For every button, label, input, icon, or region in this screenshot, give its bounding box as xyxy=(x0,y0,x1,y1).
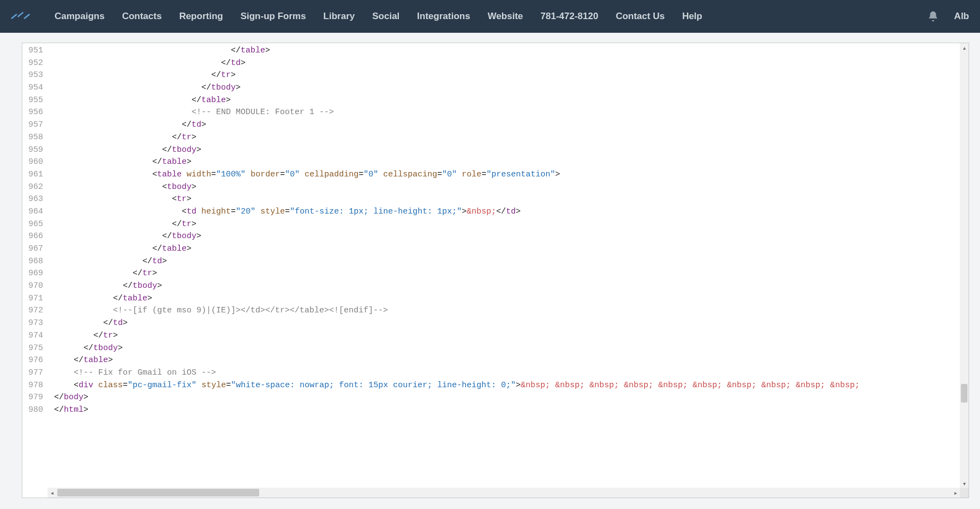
code-line[interactable]: </tbody> xyxy=(54,342,960,355)
code-line[interactable]: </tr> xyxy=(54,132,960,144)
code-line[interactable]: <div class="pc-gmail-fix" style="white-s… xyxy=(54,380,960,392)
line-number: 963 xyxy=(22,193,47,206)
code-line[interactable]: <!-- Fix for Gmail on iOS --> xyxy=(54,367,960,380)
line-number: 976 xyxy=(22,354,47,367)
code-content[interactable]: </table> </td> </tr> </tbody> </table> <… xyxy=(47,43,960,488)
code-line[interactable]: <table width="100%" border="0" cellpaddi… xyxy=(54,169,960,181)
line-number: 953 xyxy=(22,69,47,82)
line-number: 966 xyxy=(22,230,47,243)
line-number: 965 xyxy=(22,218,47,231)
line-number: 975 xyxy=(22,342,47,355)
svg-marker-2 xyxy=(23,14,30,19)
line-number: 954 xyxy=(22,82,47,94)
line-number-gutter: 9519529539549559569579589599609619629639… xyxy=(22,43,47,488)
nav-item-help[interactable]: Help xyxy=(682,11,702,22)
code-line[interactable]: <tbody> xyxy=(54,181,960,194)
code-line[interactable]: </table> xyxy=(54,354,960,367)
code-line[interactable]: </table> xyxy=(54,156,960,169)
code-line[interactable]: </tr> xyxy=(54,218,960,231)
code-line[interactable]: </tbody> xyxy=(54,280,960,293)
code-line[interactable]: <!-- END MODULE: Footer 1 --> xyxy=(54,106,960,119)
nav-item-sign-up-forms[interactable]: Sign-up Forms xyxy=(241,11,306,22)
code-line[interactable]: </tbody> xyxy=(54,144,960,157)
code-line[interactable]: <!--[if (gte mso 9)|(IE)]></td></tr></ta… xyxy=(54,305,960,317)
nav-item-social[interactable]: Social xyxy=(372,11,399,22)
line-number: 951 xyxy=(22,45,47,57)
code-line[interactable]: </tbody> xyxy=(54,82,960,94)
line-number: 978 xyxy=(22,380,47,392)
line-number: 973 xyxy=(22,317,47,330)
code-line[interactable]: </tr> xyxy=(54,330,960,342)
line-number: 964 xyxy=(22,206,47,218)
nav-item-website[interactable]: Website xyxy=(488,11,523,22)
nav-item-campaigns[interactable]: Campaigns xyxy=(55,11,105,22)
line-number: 955 xyxy=(22,94,47,107)
line-number: 959 xyxy=(22,144,47,157)
line-number: 958 xyxy=(22,132,47,144)
code-line[interactable]: </tr> xyxy=(54,69,960,82)
line-number: 967 xyxy=(22,243,47,256)
horizontal-scrollbar[interactable]: ◂ ▸ xyxy=(47,488,960,498)
code-line[interactable]: </table> xyxy=(54,293,960,305)
line-number: 952 xyxy=(22,57,47,70)
line-number: 974 xyxy=(22,330,47,342)
line-number: 957 xyxy=(22,119,47,132)
code-line[interactable]: <td height="20" style="font-size: 1px; l… xyxy=(54,206,960,218)
bell-icon[interactable] xyxy=(927,10,939,22)
line-number: 972 xyxy=(22,305,47,317)
brand-logo[interactable] xyxy=(11,8,38,25)
line-number: 961 xyxy=(22,169,47,181)
line-number: 970 xyxy=(22,280,47,293)
line-number: 962 xyxy=(22,181,47,194)
code-line[interactable]: </table> xyxy=(54,243,960,256)
code-line[interactable]: </td> xyxy=(54,317,960,330)
content-area: 9519529539549559569579589599609619629639… xyxy=(0,33,980,509)
line-number: 956 xyxy=(22,106,47,119)
line-number: 977 xyxy=(22,367,47,380)
vertical-scroll-thumb[interactable] xyxy=(961,384,967,403)
svg-marker-1 xyxy=(17,12,24,17)
user-label[interactable]: Alb xyxy=(954,11,969,22)
editor-viewport: 9519529539549559569579589599609619629639… xyxy=(22,43,960,488)
code-line[interactable]: </body> xyxy=(54,392,960,404)
horizontal-scroll-thumb[interactable] xyxy=(57,489,259,496)
line-number: 971 xyxy=(22,293,47,305)
code-line[interactable]: </table> xyxy=(54,94,960,107)
vertical-scrollbar[interactable]: ▴ ▾ xyxy=(960,43,969,488)
scroll-up-icon[interactable]: ▴ xyxy=(960,43,969,52)
top-nav: CampaignsContactsReportingSign-up FormsL… xyxy=(0,0,980,33)
code-line[interactable]: </html> xyxy=(54,404,960,417)
code-editor[interactable]: 9519529539549559569579589599609619629639… xyxy=(22,43,969,498)
nav-item-781-472-8120[interactable]: 781-472-8120 xyxy=(541,11,599,22)
line-number: 980 xyxy=(22,404,47,417)
code-line[interactable]: </tbody> xyxy=(54,230,960,243)
line-number: 960 xyxy=(22,156,47,169)
code-line[interactable]: </tr> xyxy=(54,268,960,280)
code-line[interactable]: </table> xyxy=(54,45,960,57)
line-number: 969 xyxy=(22,268,47,280)
scroll-corner xyxy=(960,488,969,498)
nav-right: Alb xyxy=(927,10,969,22)
nav-item-integrations[interactable]: Integrations xyxy=(417,11,470,22)
nav-item-contacts[interactable]: Contacts xyxy=(122,11,162,22)
scroll-down-icon[interactable]: ▾ xyxy=(960,479,969,488)
scroll-left-icon[interactable]: ◂ xyxy=(47,488,56,498)
line-number: 968 xyxy=(22,256,47,268)
code-line[interactable]: </td> xyxy=(54,256,960,268)
svg-marker-0 xyxy=(11,14,17,19)
nav-item-library[interactable]: Library xyxy=(324,11,355,22)
code-line[interactable]: </td> xyxy=(54,57,960,70)
nav-item-contact-us[interactable]: Contact Us xyxy=(616,11,665,22)
line-number: 979 xyxy=(22,392,47,404)
code-line[interactable]: <tr> xyxy=(54,193,960,206)
scroll-right-icon[interactable]: ▸ xyxy=(951,488,960,498)
code-line[interactable]: </td> xyxy=(54,119,960,132)
nav-items: CampaignsContactsReportingSign-up FormsL… xyxy=(55,11,927,22)
nav-item-reporting[interactable]: Reporting xyxy=(179,11,223,22)
